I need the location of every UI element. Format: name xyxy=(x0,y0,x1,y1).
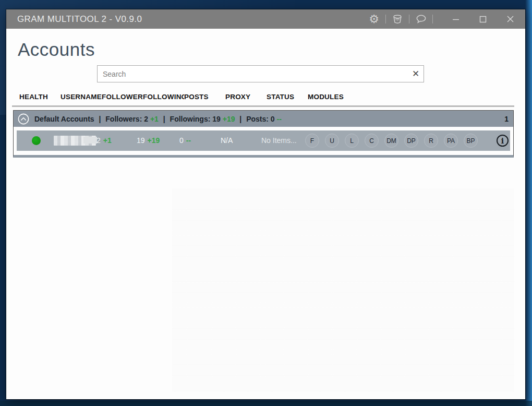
titlebar-separator xyxy=(385,15,386,23)
row-followers: 2+1 xyxy=(96,130,112,151)
followers-delta: +1 xyxy=(103,136,112,145)
group-posts-delta: -- xyxy=(277,115,282,123)
module-buttons: F U L C DM DP R PA BP xyxy=(305,134,478,148)
group-posts-label: Posts: xyxy=(246,115,269,123)
desktop-edge-glow xyxy=(525,0,532,406)
column-header-modules[interactable]: MODULES xyxy=(308,93,365,104)
search-bar: ✕ xyxy=(97,65,424,82)
module-button-dm[interactable]: DM xyxy=(384,134,398,148)
row-status: No Items... xyxy=(261,130,297,151)
account-row[interactable]: 2+1 19+19 0-- N/A No Items... F U L C DM… xyxy=(17,130,510,151)
info-icon[interactable]: i xyxy=(497,135,509,147)
module-button-l[interactable]: L xyxy=(345,134,359,148)
row-proxy: N/A xyxy=(221,130,233,151)
group-followers-delta: +1 xyxy=(150,115,159,123)
accounts-group: Default Accounts | Followers: 2 +1 | Fol… xyxy=(13,110,514,158)
titlebar-separator xyxy=(432,15,433,23)
followings-delta: +19 xyxy=(148,136,160,145)
row-followings: 19+19 xyxy=(137,130,160,151)
health-status-dot xyxy=(32,136,41,145)
window-titlebar: GRAM MULTITOOL 2 - V0.9.0 ⚙ xyxy=(6,9,525,29)
posts-delta: -- xyxy=(186,136,191,145)
column-header-proxy[interactable]: PROXY xyxy=(225,93,267,104)
column-header-followings[interactable]: FOLLOWINGS xyxy=(143,93,184,104)
module-button-dp[interactable]: DP xyxy=(404,134,418,148)
maximize-button[interactable] xyxy=(475,11,491,27)
watermark-noise-texture xyxy=(172,189,514,391)
group-summary: Default Accounts | Followers: 2 +1 | Fol… xyxy=(34,115,282,123)
column-header-username[interactable]: USERNAME xyxy=(61,93,102,104)
group-account-count: 1 xyxy=(504,115,509,123)
collapse-chevron-icon[interactable] xyxy=(18,113,29,125)
censored-username xyxy=(54,136,96,146)
search-input[interactable] xyxy=(98,70,408,78)
group-followers-value: 2 xyxy=(144,115,148,123)
group-followers-label: Followers: xyxy=(105,115,142,123)
group-followings-label: Followings: xyxy=(170,115,211,123)
close-button[interactable] xyxy=(502,11,518,27)
module-button-bp[interactable]: BP xyxy=(464,134,478,148)
group-followings-delta: +19 xyxy=(223,115,235,123)
column-header-status[interactable]: STATUS xyxy=(267,93,308,104)
group-header[interactable]: Default Accounts | Followers: 2 +1 | Fol… xyxy=(14,111,513,127)
group-separator: | xyxy=(163,115,165,123)
followers-value: 2 xyxy=(96,136,101,145)
column-header-health[interactable]: HEALTH xyxy=(19,93,61,104)
column-header-divider xyxy=(12,105,514,107)
module-button-u[interactable]: U xyxy=(325,134,339,148)
module-button-r[interactable]: R xyxy=(424,134,438,148)
window-title: GRAM MULTITOOL 2 - V0.9.0 xyxy=(6,14,142,25)
group-posts-value: 0 xyxy=(271,115,275,123)
titlebar-separator xyxy=(409,15,409,23)
column-header-posts[interactable]: POSTS xyxy=(184,93,225,104)
module-button-pa[interactable]: PA xyxy=(444,134,458,148)
page-title: Accounts xyxy=(18,39,95,60)
minimize-button[interactable] xyxy=(448,11,464,27)
paint-bucket-icon[interactable] xyxy=(390,11,405,27)
group-separator: | xyxy=(239,115,241,123)
group-followings-value: 19 xyxy=(212,115,221,123)
group-body: 2+1 19+19 0-- N/A No Items... F U L C DM… xyxy=(14,127,513,155)
search-clear-icon[interactable]: ✕ xyxy=(408,66,424,82)
posts-value: 0 xyxy=(179,136,184,145)
chat-bubble-icon[interactable] xyxy=(413,11,429,27)
app-window: GRAM MULTITOOL 2 - V0.9.0 ⚙ xyxy=(6,9,525,399)
group-title: Default Accounts xyxy=(34,115,94,123)
module-button-c[interactable]: C xyxy=(365,134,379,148)
group-separator: | xyxy=(99,115,101,123)
row-posts: 0-- xyxy=(179,130,191,151)
column-header-followers[interactable]: FOLLOWERS xyxy=(102,93,143,104)
desktop-bottom-strip xyxy=(0,401,532,406)
settings-gear-icon[interactable]: ⚙ xyxy=(366,11,382,27)
titlebar-controls: ⚙ xyxy=(366,9,525,29)
column-header-row: HEALTH USERNAME FOLLOWERS FOLLOWINGS POS… xyxy=(19,93,365,104)
module-button-f[interactable]: F xyxy=(305,134,319,148)
followings-value: 19 xyxy=(137,136,145,145)
